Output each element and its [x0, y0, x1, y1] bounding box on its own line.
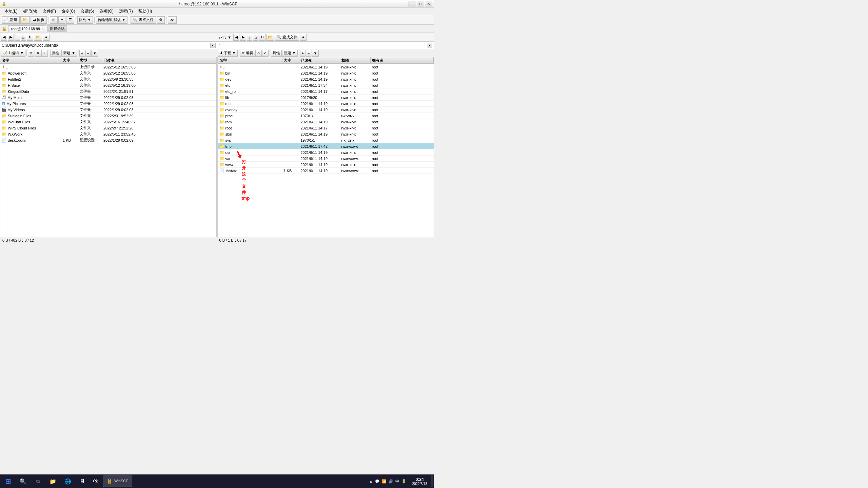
right-edit-button[interactable]: ✏ 编辑 [240, 50, 255, 57]
table-row[interactable]: 📁 tmp 2021/6/11 17:42 rwxrwxrwt root [218, 143, 434, 149]
minimize-button[interactable]: ─ [409, 1, 416, 7]
right-nav-open[interactable]: 📂 [266, 34, 274, 41]
right-col-modified[interactable]: 已改变 [299, 57, 340, 63]
right-delete-button[interactable]: ✕ [255, 50, 262, 57]
left-remove-button[interactable]: − [85, 50, 91, 57]
right-nav-refresh[interactable]: ↻ [259, 34, 265, 41]
table-row[interactable]: 📁 KingsoftData 文件夹 2022/2/1 21:51:51 [0, 88, 216, 95]
table-row[interactable]: 📁 WXWork 文件夹 2022/5/11 23:52:45 [0, 131, 216, 137]
table-row[interactable]: 🎵 My Music 文件夹 2022/1/29 0:02:03 [0, 95, 216, 101]
table-row[interactable]: 📄 desktop.ini 1 KB 配置设置 2022/1/29 0:02:0… [0, 137, 216, 143]
toolbar-icon-view[interactable]: ⊞ [50, 16, 58, 24]
menu-mark[interactable]: 标记(M) [20, 8, 40, 15]
right-properties-button[interactable]: 属性 [271, 50, 282, 57]
left-more-button[interactable]: ▼ [91, 50, 98, 57]
table-row[interactable]: 🎬 My Videos 文件夹 2022/1/29 0:02:03 [0, 107, 216, 113]
session-tab-active[interactable]: root@192.168.99.1 [8, 25, 46, 32]
left-col-name[interactable]: 名字 [0, 57, 61, 63]
right-col-size[interactable]: 大小 [282, 57, 299, 63]
right-nav-root[interactable]: ⌂ [253, 34, 259, 41]
left-nav-root[interactable]: ⌂ [21, 34, 26, 41]
menu-file[interactable]: 文件(F) [40, 8, 59, 15]
table-row[interactable]: 📁 HiSuite 文件夹 2022/5/12 16:19:00 [0, 82, 216, 88]
toolbar-open-button[interactable]: 📂 [20, 16, 30, 24]
table-row[interactable]: 📁 sbin 2021/6/11 14:19 rwxr-xr-x root [218, 131, 434, 137]
table-row[interactable]: 📁 dev 2021/6/11 14:19 rwxr-xr-x root [218, 76, 434, 82]
right-nav-back[interactable]: ◀ [233, 34, 239, 41]
left-new-button[interactable]: 新建 ▼ [61, 50, 77, 57]
right-nav-bookmark[interactable]: ★ [300, 34, 307, 41]
left-nav-refresh[interactable]: ↻ [27, 34, 33, 41]
left-col-size[interactable]: 大小 [61, 57, 78, 63]
toolbar-find-file[interactable]: 🔍 查找文件 [131, 16, 156, 24]
left-add-button[interactable]: + [79, 50, 85, 57]
right-more-button[interactable]: ▼ [312, 50, 319, 57]
right-nav-forward[interactable]: ▶ [240, 34, 246, 41]
left-rename-button[interactable]: ✏ [28, 50, 34, 57]
left-path-dropdown[interactable]: ▼ [210, 43, 216, 48]
left-edit-button[interactable]: 📝 1 编辑 ▼ [1, 50, 25, 57]
menu-help[interactable]: 帮助(H) [136, 8, 155, 15]
left-col-modified[interactable]: 已改变 [102, 57, 216, 63]
table-row[interactable]: ⬆ .. 2021/6/11 14:19 rwxr-xr-x root [218, 64, 434, 70]
left-delete-button[interactable]: ✕ [35, 50, 41, 57]
table-row[interactable]: 📁 mnt 2021/6/11 14:19 rwxr-xr-x root [218, 101, 434, 107]
right-copy-button[interactable]: ✓ [262, 50, 269, 57]
left-nav-forward[interactable]: ▶ [8, 34, 14, 41]
left-copy-button[interactable]: ✓ [41, 50, 48, 57]
table-row[interactable]: 🖼 My Pictures 文件夹 2022/1/29 0:02:03 [0, 101, 216, 107]
menu-session[interactable]: 会话(S) [78, 8, 97, 15]
table-row[interactable]: 📁 Sunlogin Files 文件夹 2022/2/3 19:52:39 [0, 113, 216, 119]
right-find-file[interactable]: 🔍 查找文件 [275, 34, 299, 41]
close-button[interactable]: ✕ [425, 1, 432, 7]
right-remove-button[interactable]: − [306, 50, 311, 57]
toolbar-sync-button[interactable]: ⇄ 同步 [31, 16, 47, 24]
menu-command[interactable]: 命令(C) [59, 8, 78, 15]
right-add-button[interactable]: + [300, 50, 305, 57]
right-col-name[interactable]: 名字 [218, 57, 282, 63]
left-path-input[interactable] [2, 43, 210, 48]
menu-remote[interactable]: 远程(R) [116, 8, 136, 15]
toolbar-list-view[interactable]: ≡ [58, 16, 65, 24]
left-nav-up[interactable]: ↑ [15, 34, 20, 41]
table-row[interactable]: ⬆ .. 上级目录 2022/5/12 16:53:05 [0, 64, 216, 70]
table-row[interactable]: 📁 sys 1970/1/1 r-xr-xr-x root [218, 137, 434, 143]
left-col-type[interactable]: 类型 [78, 57, 102, 63]
queue-dropdown[interactable]: 队列 ▼ [77, 16, 93, 24]
table-row[interactable]: 📁 Apowersoft 文件夹 2022/5/12 16:53:05 [0, 70, 216, 76]
table-row[interactable]: 📁 etc_ro 2021/6/11 14:17 rwxr-xr-x root [218, 88, 434, 95]
table-row[interactable]: 📁 lib 2017/9/20 rwxr-xr-x root [218, 95, 434, 101]
right-col-perms[interactable]: 权限 [340, 57, 371, 63]
new-session-button[interactable]: 新建会话 [47, 25, 67, 32]
toolbar-detail-view[interactable]: ☰ [66, 16, 74, 24]
table-row[interactable]: 📁 bin 2021/6/11 14:19 rwxr-xr-x root [218, 70, 434, 76]
table-row[interactable]: 📁 rom 2021/6/11 14:19 rwxr-xr-x root [218, 119, 434, 125]
right-col-owner[interactable]: 拥有者 [371, 57, 434, 63]
table-row[interactable]: 📁 root 2021/6/11 14:17 rwxr-xr-x root [218, 125, 434, 131]
table-row[interactable]: 📁 Fiddler2 文件夹 2022/5/9 23:30:53 [0, 76, 216, 82]
table-row[interactable]: 📁 www 2021/6/11 14:19 rwxr-xr-x root [218, 162, 434, 168]
toolbar-keepalive[interactable]: ⚙ [157, 16, 165, 24]
right-nav-up[interactable]: ↑ [247, 34, 252, 41]
right-path-dropdown[interactable]: ▼ [427, 43, 432, 48]
table-row[interactable]: 📁 WPS Cloud Files 文件夹 2022/2/7 21:52:28 [0, 125, 216, 131]
left-nav-back[interactable]: ◀ [1, 34, 7, 41]
maximize-button[interactable]: □ [417, 1, 424, 7]
table-row[interactable]: 📁 proc 1970/1/1 r-xr-xr-x root [218, 113, 434, 119]
table-row[interactable]: 📄 .fsstate 1 KB 2021/6/11 14:19 rwxrwxrw… [218, 168, 434, 174]
left-nav-open[interactable]: 📂 [34, 34, 42, 41]
menu-local[interactable]: 本地(L) [2, 8, 20, 15]
table-row[interactable]: 📁 usr 2021/6/11 14:19 rwxr-xr-x root [218, 149, 434, 156]
transfer-options[interactable]: 传输选项 默认 ▼ [96, 16, 127, 24]
left-nav-bookmark[interactable]: ★ [43, 34, 50, 41]
toolbar-more[interactable]: ≫ [168, 16, 177, 24]
right-path-input[interactable] [219, 43, 427, 48]
right-download-button[interactable]: ⬇ 下载 ▼ [218, 50, 238, 57]
right-new-button[interactable]: 新建 ▼ [282, 50, 298, 57]
table-row[interactable]: 📁 etc 2021/6/11 17:34 rwxr-xr-x root [218, 82, 434, 88]
menu-options[interactable]: 选项(O) [97, 8, 116, 15]
toolbar-new-button[interactable]: 📄 新建 [2, 16, 20, 24]
table-row[interactable]: 📁 var 2021/6/11 14:19 rwxrwxrwx root [218, 156, 434, 162]
left-properties-button[interactable]: 属性 [50, 50, 61, 57]
table-row[interactable]: 📁 WeChat Files 文件夹 2022/5/16 15:46:32 [0, 119, 216, 125]
